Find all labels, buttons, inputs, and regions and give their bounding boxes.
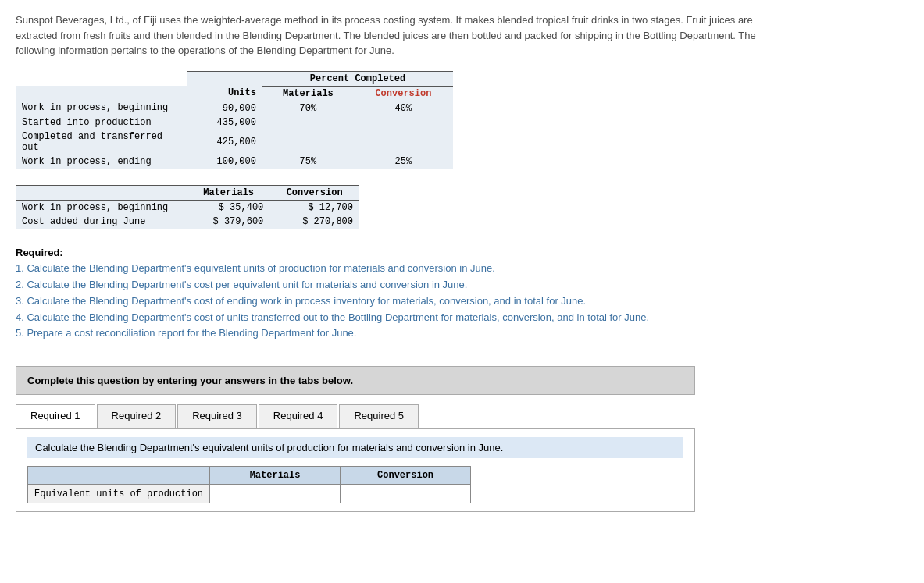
table-row: Completed and transferred out 425,000 xyxy=(16,130,453,155)
conversion-input[interactable] xyxy=(347,488,464,499)
row-units: 90,000 xyxy=(187,101,262,116)
required-title: Required: xyxy=(16,247,63,258)
answer-row-label: Equivalent units of production xyxy=(28,485,210,503)
tab-content: Calculate the Blending Department's equi… xyxy=(16,429,695,512)
label-col-header xyxy=(16,86,187,101)
row-conversion: 25% xyxy=(354,155,453,169)
cost-row-label: Cost added during June xyxy=(16,215,187,229)
intro-text: Sunspot Beverages, Ltd., of Fiji uses th… xyxy=(16,12,758,59)
answer-label-header xyxy=(28,467,210,485)
answer-row: Equivalent units of production xyxy=(28,485,471,503)
cost-row-materials: $ 35,400 xyxy=(187,200,269,215)
required-item-4: 4. Calculate the Blending Department's c… xyxy=(16,310,758,326)
materials-input-cell[interactable] xyxy=(210,485,341,503)
complete-box: Complete this question by entering your … xyxy=(16,366,695,395)
percent-completed-header: Percent Completed xyxy=(262,71,453,86)
cost-materials-header: Materials xyxy=(187,185,269,200)
cost-conversion-header: Conversion xyxy=(269,185,359,200)
tab-required-1[interactable]: Required 1 xyxy=(16,404,95,428)
table-row: Work in process, ending 100,000 75% 25% xyxy=(16,155,453,169)
tab-description: Calculate the Blending Department's equi… xyxy=(27,437,683,458)
tab-required-5[interactable]: Required 5 xyxy=(339,404,419,428)
answer-conversion-header: Conversion xyxy=(341,467,471,485)
required-section: Required: 1. Calculate the Blending Depa… xyxy=(16,245,758,343)
materials-input[interactable] xyxy=(216,488,334,499)
answer-materials-header: Materials xyxy=(210,467,341,485)
empty-header xyxy=(16,71,187,86)
row-label: Work in process, beginning xyxy=(16,101,187,116)
row-conversion: 40% xyxy=(354,101,453,116)
materials-col-header: Materials xyxy=(262,86,354,101)
tabs-row: Required 1 Required 2 Required 3 Require… xyxy=(16,404,695,429)
cost-label-header xyxy=(16,185,187,200)
row-conversion xyxy=(354,116,453,130)
tab-required-2[interactable]: Required 2 xyxy=(97,404,177,428)
row-materials xyxy=(262,116,354,130)
row-label: Started into production xyxy=(16,116,187,130)
table-row: Work in process, beginning 90,000 70% 40… xyxy=(16,101,453,116)
row-label: Work in process, ending xyxy=(16,155,187,169)
costs-table: Materials Conversion Work in process, be… xyxy=(16,185,359,229)
units-header xyxy=(187,71,262,86)
row-materials xyxy=(262,130,354,155)
row-units: 435,000 xyxy=(187,116,262,130)
costs-table-container: Materials Conversion Work in process, be… xyxy=(16,185,359,229)
required-item-2: 2. Calculate the Blending Department's c… xyxy=(16,277,758,293)
tab-required-4[interactable]: Required 4 xyxy=(259,404,338,428)
answer-table: Materials Conversion Equivalent units of… xyxy=(27,466,471,503)
row-label: Completed and transferred out xyxy=(16,130,187,155)
cost-row-conversion: $ 270,800 xyxy=(269,215,359,229)
required-item-3: 3. Calculate the Blending Department's c… xyxy=(16,293,758,310)
required-item-1: 1. Calculate the Blending Department's e… xyxy=(16,261,758,277)
cost-row-conversion: $ 12,700 xyxy=(269,200,359,215)
row-materials: 75% xyxy=(262,155,354,169)
cost-row-label: Work in process, beginning xyxy=(16,200,187,215)
tab-required-3[interactable]: Required 3 xyxy=(177,404,257,428)
row-conversion xyxy=(354,130,453,155)
table-row: Cost added during June $ 379,600 $ 270,8… xyxy=(16,215,359,229)
required-item-5: 5. Prepare a cost reconciliation report … xyxy=(16,325,758,342)
units-col-header: Units xyxy=(187,86,262,101)
table-row: Work in process, beginning $ 35,400 $ 12… xyxy=(16,200,359,215)
cost-row-materials: $ 379,600 xyxy=(187,215,269,229)
table-row: Started into production 435,000 xyxy=(16,116,453,130)
conversion-input-cell[interactable] xyxy=(341,485,471,503)
units-table-container: Percent Completed Units Materials Conver… xyxy=(16,71,453,169)
row-units: 425,000 xyxy=(187,130,262,155)
row-units: 100,000 xyxy=(187,155,262,169)
conversion-col-header: Conversion xyxy=(354,86,453,101)
units-table: Percent Completed Units Materials Conver… xyxy=(16,71,453,169)
row-materials: 70% xyxy=(262,101,354,116)
